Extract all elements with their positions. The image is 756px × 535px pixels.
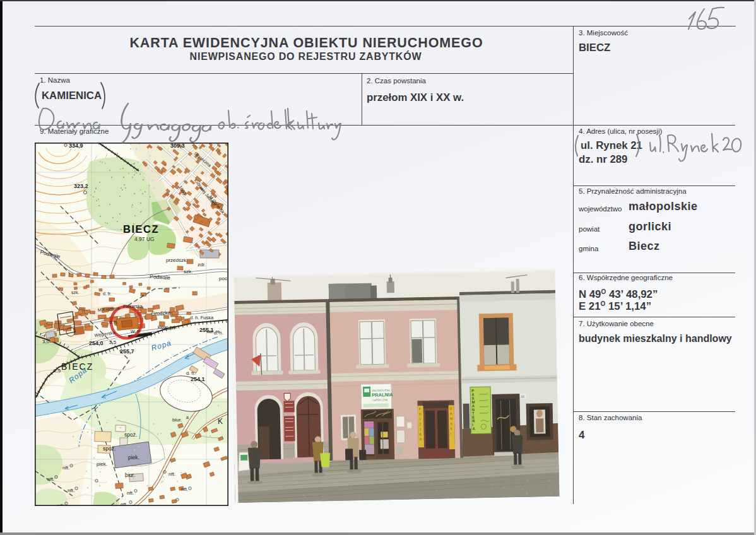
svg-text:K: K — [218, 417, 223, 426]
svg-text:szk.: szk. — [184, 269, 192, 274]
svg-text:biur.: biur. — [172, 417, 182, 423]
svg-text:nft.: nft. — [47, 476, 54, 482]
svg-text:2,5: 2,5 — [109, 339, 117, 345]
svg-text:BIECZ: BIECZ — [123, 223, 159, 235]
svg-text:d. h. Fuska: d. h. Fuska — [190, 315, 214, 320]
svg-text:W. P.: W. P. — [131, 329, 141, 334]
svg-text:d. h.: d. h. — [109, 320, 118, 324]
svg-text:2,5: 2,5 — [54, 368, 61, 373]
svg-text:biur.: biur. — [125, 472, 135, 478]
svg-text:nft.: nft. — [181, 486, 188, 492]
svg-text:war. re: war. re — [206, 329, 220, 334]
svg-text:254,0: 254,0 — [89, 340, 103, 346]
svg-text:d. fr.: d. fr. — [103, 291, 112, 296]
svg-text:255,7: 255,7 — [120, 348, 134, 355]
svg-text:zdr.: zdr. — [198, 262, 206, 268]
svg-text:4.97 UG: 4.97 UG — [134, 236, 155, 242]
svg-text:323,2: 323,2 — [74, 183, 88, 189]
svg-text:nft.: nft. — [68, 488, 74, 493]
svg-text:spoż.: spoż. — [103, 445, 115, 452]
svg-text:spoż.: spoż. — [124, 432, 137, 438]
svg-text:poc: poc — [219, 276, 227, 281]
svg-text:przedszk.: przedszk. — [166, 257, 187, 263]
svg-text:3,0: 3,0 — [42, 339, 50, 344]
svg-text:d. fr.: d. fr. — [186, 370, 196, 376]
svg-text:piek.: piek. — [128, 454, 139, 461]
svg-text:szk.: szk. — [71, 290, 80, 295]
svg-text:nft.: nft. — [62, 465, 69, 471]
svg-text:a: a — [186, 415, 189, 420]
svg-text:piek.: piek. — [97, 461, 107, 467]
svg-text:nft.: nft. — [168, 471, 175, 477]
svg-text:nft.: nft. — [127, 490, 134, 496]
svg-text:kiego szk.: kiego szk. — [158, 325, 177, 330]
svg-text:254,1: 254,1 — [191, 376, 205, 382]
svg-text:Piekarska: Piekarska — [123, 304, 143, 309]
svg-text:*: * — [142, 294, 144, 298]
